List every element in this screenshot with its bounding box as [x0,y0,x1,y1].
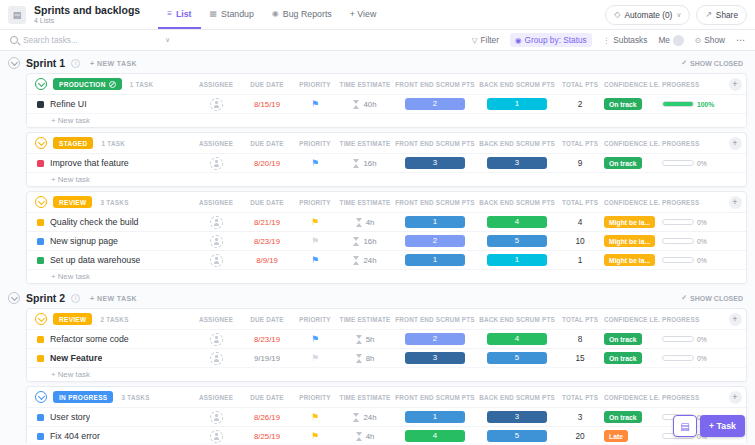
front-end-points[interactable]: 3 [405,352,465,364]
task-name[interactable]: Quality check the build [50,217,139,227]
time-estimate[interactable]: 24h [336,413,394,422]
search-input[interactable]: Search tasks... ∨ [10,35,170,45]
new-task-row[interactable]: + New task [27,269,746,283]
group-collapse-button[interactable] [35,137,47,149]
confidence-badge[interactable]: On track [604,98,642,110]
confidence-badge[interactable]: Might be la... [604,235,655,247]
add-column-button[interactable]: + [729,137,742,150]
time-estimate[interactable]: 8h [336,354,394,363]
time-estimate[interactable]: 4h [336,218,394,227]
back-end-points[interactable]: 3 [487,411,547,423]
group-collapse-button[interactable] [35,78,47,90]
due-date[interactable]: 8/26/19 [240,413,294,422]
due-date[interactable]: 8/9/19 [240,256,294,265]
time-estimate[interactable]: 40h [336,100,394,109]
priority-flag-icon[interactable]: ⚑ [311,218,319,227]
tab-list[interactable]: ≡ List [158,0,200,29]
priority-flag-icon[interactable]: ⚑ [311,413,319,422]
priority-flag-icon[interactable]: ⚑ [311,237,319,246]
priority-flag-icon[interactable]: ⚑ [311,335,319,344]
task-name[interactable]: Refactor some code [50,334,129,344]
assignee-placeholder[interactable] [210,352,223,365]
confidence-badge[interactable]: On track [604,352,642,364]
new-task-row[interactable]: + New task [27,113,746,127]
show-button[interactable]: ⊙ Show [695,35,725,45]
priority-flag-icon[interactable]: ⚑ [311,256,319,265]
task-row[interactable]: User story8/26/19⚑24h133On track0% [27,407,746,426]
back-end-points[interactable]: 4 [487,333,547,345]
status-badge[interactable]: REVIEW [53,313,92,325]
confidence-badge[interactable]: Late [604,430,628,442]
sprint-collapse-button[interactable] [8,57,20,69]
fab-doc-button[interactable]: ▤ [673,415,697,437]
due-date[interactable]: 9/19/19 [240,354,294,363]
task-name[interactable]: Refine UI [50,99,87,109]
front-end-points[interactable]: 3 [405,157,465,169]
time-estimate[interactable]: 5h [336,335,394,344]
new-task-row[interactable]: + New task [27,367,746,381]
front-end-points[interactable]: 2 [405,98,465,110]
priority-flag-icon[interactable]: ⚑ [311,354,319,363]
add-column-button[interactable]: + [729,313,742,326]
show-closed-button[interactable]: ✓SHOW CLOSED [681,294,743,302]
priority-flag-icon[interactable]: ⚑ [311,432,319,441]
assignee-placeholder[interactable] [210,98,223,111]
due-date[interactable]: 8/20/19 [240,159,294,168]
add-column-button[interactable]: + [729,196,742,209]
assignee-placeholder[interactable] [210,333,223,346]
status-badge[interactable]: STAGED [53,137,93,149]
show-closed-button[interactable]: ✓SHOW CLOSED [681,59,743,67]
me-button[interactable]: Me [658,35,684,46]
task-row[interactable]: Quality check the build8/21/19⚑4h144Migh… [27,212,746,231]
task-row[interactable]: Set up data warehouse8/9/19⚑24h111Might … [27,250,746,269]
task-row[interactable]: Refine UI8/15/19⚑40h212On track100% [27,94,746,113]
status-badge[interactable]: IN PROGRESS [53,391,113,403]
add-task-fab[interactable]: + Task [700,415,745,437]
back-end-points[interactable]: 3 [487,157,547,169]
tab-standup[interactable]: ▦ Standup [201,0,263,29]
back-end-points[interactable]: 1 [487,254,547,266]
time-estimate[interactable]: 24h [336,256,394,265]
group-collapse-button[interactable] [35,313,47,325]
confidence-badge[interactable]: On track [604,333,642,345]
group-collapse-button[interactable] [35,391,47,403]
new-task-row[interactable]: + New task [27,172,746,186]
confidence-badge[interactable]: On track [604,157,642,169]
back-end-points[interactable]: 5 [487,430,547,442]
back-end-points[interactable]: 4 [487,216,547,228]
due-date[interactable]: 8/23/19 [240,335,294,344]
back-end-points[interactable]: 5 [487,235,547,247]
assignee-placeholder[interactable] [210,216,223,229]
group-by-button[interactable]: ◉ Group by: Status [510,33,592,47]
front-end-points[interactable]: 1 [405,411,465,423]
confidence-badge[interactable]: Might be la... [604,216,655,228]
front-end-points[interactable]: 1 [405,216,465,228]
more-menu-button[interactable]: ⋯ [736,35,745,45]
task-row[interactable]: Improve that feature8/20/19⚑16h339On tra… [27,153,746,172]
front-end-points[interactable]: 2 [405,333,465,345]
time-estimate[interactable]: 16h [336,237,394,246]
new-task-button[interactable]: + NEW TASK [90,60,137,67]
add-column-button[interactable]: + [729,391,742,404]
automate-button[interactable]: ◇ Automate (0) ∨ [605,5,690,25]
assignee-placeholder[interactable] [210,430,223,443]
task-name[interactable]: Fix 404 error [50,431,100,441]
back-end-points[interactable]: 5 [487,352,547,364]
add-view-button[interactable]: + View [341,0,386,29]
assignee-placeholder[interactable] [210,254,223,267]
time-estimate[interactable]: 4h [336,432,394,441]
front-end-points[interactable]: 1 [405,254,465,266]
task-name[interactable]: Set up data warehouse [50,255,140,265]
sprint-collapse-button[interactable] [8,292,20,304]
task-row[interactable]: Refactor some code8/23/19⚑5h248On track0… [27,329,746,348]
task-name[interactable]: New Feature [50,353,102,363]
task-name[interactable]: User story [50,412,90,422]
tab-bug-reports[interactable]: ◉ Bug Reports [263,0,341,29]
filter-button[interactable]: ▽ Filter [472,35,499,45]
priority-flag-icon[interactable]: ⚑ [311,100,319,109]
task-row[interactable]: New signup page8/23/19⚑16h2510Might be l… [27,231,746,250]
front-end-points[interactable]: 2 [405,235,465,247]
new-task-button[interactable]: + NEW TASK [90,295,137,302]
task-row[interactable]: Fix 404 error8/25/19⚑4h4520Late0% [27,426,746,443]
assignee-placeholder[interactable] [210,411,223,424]
